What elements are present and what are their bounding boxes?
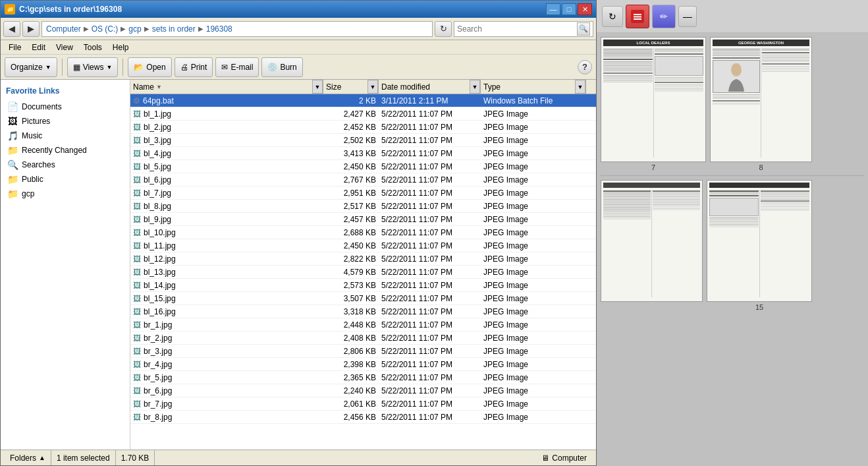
column-name-header[interactable]: Name ▼ ▼ <box>130 80 323 94</box>
email-button[interactable]: ✉ E-mail <box>215 57 259 77</box>
table-row[interactable]: ⚙ 64pg.bat 2 KB 3/11/2011 2:11 PM Window… <box>130 94 596 107</box>
thumbnail-page-8[interactable]: GEORGE WASHINGTON <box>710 37 812 162</box>
file-type-icon: 🖼 <box>133 399 141 409</box>
column-size-header[interactable]: Size ▼ <box>323 80 379 94</box>
sidebar-item-documents[interactable]: 📄 Documents <box>3 100 127 114</box>
menu-help[interactable]: Help <box>107 42 134 53</box>
table-row[interactable]: 🖼 bl_11.jpg 2,450 KB 5/22/2011 11:07 PM … <box>130 239 596 252</box>
breadcrumb-sets[interactable]: sets in order <box>152 24 196 34</box>
table-row[interactable]: 🖼 bl_10.jpg 2,688 KB 5/22/2011 11:07 PM … <box>130 226 596 239</box>
file-date: 5/22/2011 11:07 PM <box>379 373 481 382</box>
breadcrumb-os[interactable]: OS (C:) <box>92 24 119 34</box>
thumb-item-15: 15 <box>707 180 812 311</box>
breadcrumb-196308[interactable]: 196308 <box>206 24 232 34</box>
open-button[interactable]: 📂 Open <box>128 57 171 77</box>
viewer-pencil-button[interactable]: ✏ <box>652 5 676 28</box>
table-row[interactable]: 🖼 bl_8.jpg 2,517 KB 5/22/2011 11:07 PM J… <box>130 200 596 213</box>
file-list-scroll[interactable]: ⚙ 64pg.bat 2 KB 3/11/2011 2:11 PM Window… <box>130 94 596 450</box>
folders-toggle[interactable]: Folders ▲ <box>5 450 51 465</box>
table-row[interactable]: 🖼 bl_7.jpg 2,951 KB 5/22/2011 11:07 PM J… <box>130 187 596 200</box>
table-row[interactable]: 🖼 bl_12.jpg 2,822 KB 5/22/2011 11:07 PM … <box>130 252 596 266</box>
burn-button[interactable]: 💿 Burn <box>261 57 302 77</box>
file-type: JPEG Image <box>481 202 586 211</box>
sidebar-item-recently-changed[interactable]: 📁 Recently Changed <box>3 143 127 158</box>
address-bar: ◀ ▶ Computer ▶ OS (C:) ▶ gcp ▶ sets in o… <box>1 18 596 40</box>
viewer-red-button[interactable] <box>626 5 649 28</box>
table-row[interactable]: 🖼 bl_9.jpg 2,457 KB 5/22/2011 11:07 PM J… <box>130 213 596 226</box>
thumb-item-7: LOCAL DEALERS <box>601 37 706 171</box>
file-date: 5/22/2011 11:07 PM <box>379 215 481 224</box>
table-row[interactable]: 🖼 bl_5.jpg 2,450 KB 5/22/2011 11:07 PM J… <box>130 160 596 173</box>
table-row[interactable]: 🖼 bl_2.jpg 2,452 KB 5/22/2011 11:07 PM J… <box>130 121 596 134</box>
search-input[interactable] <box>457 24 577 34</box>
table-row[interactable]: 🖼 bl_16.jpg 3,318 KB 5/22/2011 11:07 PM … <box>130 305 596 318</box>
breadcrumb-gcp[interactable]: gcp <box>128 24 141 34</box>
col-dropdown-type[interactable]: ▼ <box>575 80 585 94</box>
print-icon: 🖨 <box>180 63 188 72</box>
refresh-button[interactable]: ↻ <box>435 21 452 37</box>
file-type-icon: 🖼 <box>133 228 141 237</box>
sidebar-item-searches[interactable]: 🔍 Searches <box>3 158 127 172</box>
file-size: 2,573 KB <box>323 281 379 290</box>
breadcrumb[interactable]: Computer ▶ OS (C:) ▶ gcp ▶ sets in order… <box>41 21 433 37</box>
file-name: br_3.jpg <box>144 347 172 356</box>
viewer-refresh-button[interactable]: ↻ <box>602 6 623 27</box>
sidebar-item-gcp[interactable]: 📁 gcp <box>3 187 127 201</box>
file-type: JPEG Image <box>481 281 586 290</box>
help-button[interactable]: ? <box>578 60 592 74</box>
minimize-button[interactable]: — <box>546 3 560 15</box>
breadcrumb-computer[interactable]: Computer <box>46 24 81 34</box>
sidebar-item-pictures[interactable]: 🖼 Pictures <box>3 114 127 129</box>
close-button[interactable]: ✕ <box>578 3 592 15</box>
file-size: 2,806 KB <box>323 347 379 356</box>
column-date-header[interactable]: Date modified ▼ <box>379 80 481 94</box>
forward-button[interactable]: ▶ <box>22 21 40 37</box>
svg-rect-3 <box>634 18 641 20</box>
table-row[interactable]: 🖼 br_4.jpg 2,398 KB 5/22/2011 11:07 PM J… <box>130 358 596 371</box>
file-date: 5/22/2011 11:07 PM <box>379 334 481 343</box>
table-row[interactable]: 🖼 br_2.jpg 2,408 KB 5/22/2011 11:07 PM J… <box>130 332 596 345</box>
menu-file[interactable]: File <box>3 42 26 53</box>
file-date: 3/11/2011 2:11 PM <box>379 96 481 105</box>
viewer-dash-button[interactable]: — <box>678 6 697 27</box>
views-button[interactable]: ▦ Views ▼ <box>67 57 119 77</box>
col-dropdown-date[interactable]: ▼ <box>470 80 480 94</box>
menu-edit[interactable]: Edit <box>26 42 51 53</box>
table-row[interactable]: 🖼 br_5.jpg 2,365 KB 5/22/2011 11:07 PM J… <box>130 371 596 384</box>
col-dropdown-name[interactable]: ▼ <box>312 80 323 94</box>
col-dropdown-size[interactable]: ▼ <box>367 80 378 94</box>
thumbnail-bottom-left[interactable] <box>601 180 703 302</box>
print-button[interactable]: 🖨 Print <box>175 57 213 77</box>
table-row[interactable]: 🖼 br_6.jpg 2,240 KB 5/22/2011 11:07 PM J… <box>130 384 596 397</box>
column-type-header[interactable]: Type ▼ <box>481 80 586 94</box>
image-viewer-panel: ↻ ✏ — LOCAL DEALERS <box>597 0 868 466</box>
file-type: JPEG Image <box>481 386 586 395</box>
menu-tools[interactable]: Tools <box>78 42 107 53</box>
file-type: JPEG Image <box>481 399 586 409</box>
table-row[interactable]: 🖼 bl_4.jpg 3,413 KB 5/22/2011 11:07 PM J… <box>130 147 596 160</box>
table-row[interactable]: 🖼 br_1.jpg 2,448 KB 5/22/2011 11:07 PM J… <box>130 318 596 332</box>
menu-view[interactable]: View <box>51 42 78 53</box>
table-row[interactable]: 🖼 bl_1.jpg 2,427 KB 5/22/2011 11:07 PM J… <box>130 107 596 121</box>
table-row[interactable]: 🖼 bl_14.jpg 2,573 KB 5/22/2011 11:07 PM … <box>130 279 596 292</box>
table-row[interactable]: 🖼 bl_3.jpg 2,502 KB 5/22/2011 11:07 PM J… <box>130 134 596 147</box>
organize-button[interactable]: Organize ▼ <box>5 57 57 77</box>
search-submit-button[interactable]: 🔍 <box>577 22 590 36</box>
table-row[interactable]: 🖼 br_8.jpg 2,456 KB 5/22/2011 11:07 PM J… <box>130 411 596 424</box>
file-name: bl_4.jpg <box>144 149 171 158</box>
table-row[interactable]: 🖼 br_3.jpg 2,806 KB 5/22/2011 11:07 PM J… <box>130 345 596 358</box>
table-row[interactable]: 🖼 bl_13.jpg 4,579 KB 5/22/2011 11:07 PM … <box>130 266 596 279</box>
table-row[interactable]: 🖼 bl_6.jpg 2,767 KB 5/22/2011 11:07 PM J… <box>130 173 596 187</box>
maximize-button[interactable]: □ <box>562 3 576 15</box>
table-row[interactable]: 🖼 bl_15.jpg 3,507 KB 5/22/2011 11:07 PM … <box>130 292 596 305</box>
thumbnail-row-top: LOCAL DEALERS <box>601 37 864 171</box>
file-type: JPEG Image <box>481 294 586 303</box>
back-button[interactable]: ◀ <box>3 21 20 37</box>
thumbnail-page-15[interactable] <box>707 180 812 302</box>
table-row[interactable]: 🖼 br_7.jpg 2,061 KB 5/22/2011 11:07 PM J… <box>130 397 596 411</box>
thumbnail-page-7[interactable]: LOCAL DEALERS <box>601 37 706 162</box>
file-date: 5/22/2011 11:07 PM <box>379 307 481 316</box>
sidebar-item-music[interactable]: 🎵 Music <box>3 129 127 143</box>
sidebar-item-public[interactable]: 📁 Public <box>3 172 127 187</box>
searches-icon: 🔍 <box>7 160 18 170</box>
